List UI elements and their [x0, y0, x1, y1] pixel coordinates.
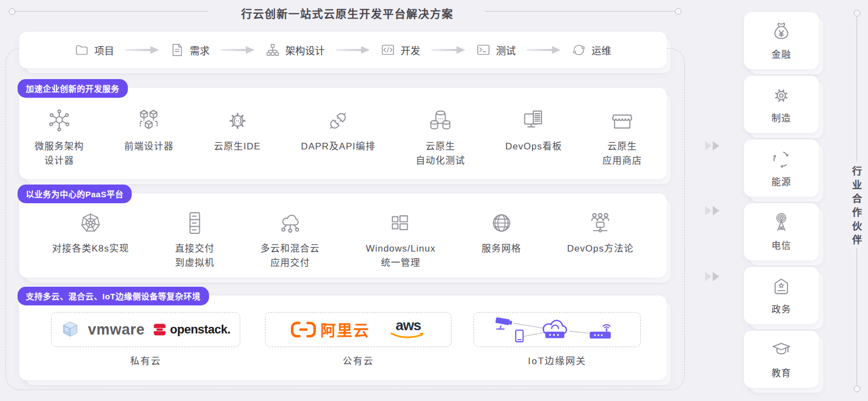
service-item-label: DevOps方法论: [567, 242, 634, 256]
openstack-mark-icon: [153, 323, 166, 336]
workflow-step-testing: 测试: [476, 43, 516, 57]
industry-label: 政务: [771, 302, 791, 315]
terminal-icon: [476, 43, 491, 57]
title-rule-dot-right: [675, 8, 681, 15]
service-item-label: 直接交付 到虚拟机: [175, 242, 215, 270]
service-item: Windows/Linux 统一管理: [366, 209, 436, 270]
service-item-label: 服务网格: [482, 242, 521, 256]
workflow-step-label: 项目: [94, 43, 114, 57]
cloud-ide-icon: [225, 108, 250, 133]
service-item: 云原生 应用商店: [602, 107, 642, 168]
frontend-designer-icon: [136, 108, 161, 133]
service-item-label: DevOps看板: [505, 140, 562, 154]
partner-rail-dot-top: [854, 10, 860, 16]
flow-arrow-icon: [221, 46, 255, 54]
service-item: DAPR及API编排: [301, 107, 376, 154]
industry-card-finance: 金融: [744, 12, 819, 69]
service-item: 多云和混合云 应用交付: [261, 209, 320, 270]
iot-edge-label: IoT边缘网关: [474, 353, 641, 367]
service-item: 对接各类K8s实现: [52, 209, 129, 256]
public-cloud-group: 阿里云 aws 公有云: [265, 312, 452, 367]
private-cloud-label: 私有云: [51, 353, 240, 367]
aws-smile-icon: [391, 332, 426, 340]
aws-wordmark: aws: [396, 319, 421, 332]
paas-platform-badge: 以业务为中心的PaaS平台: [18, 185, 132, 203]
devops-board-icon: [521, 108, 546, 133]
flow-arrow-icon: [336, 46, 370, 54]
chevron-right-icon: [704, 271, 724, 282]
paas-platform-card: 以业务为中心的PaaS平台 对接各类K8s实现 直接交付 到虚拟机 多云和混合云…: [19, 193, 667, 277]
iot-edge-box: [474, 312, 641, 347]
service-item: 服务网格: [482, 209, 521, 256]
aws-logo: aws: [391, 319, 426, 340]
alibaba-cloud-logo: 阿里云: [291, 319, 370, 341]
service-item-label: 对接各类K8s实现: [52, 242, 129, 256]
vm-server-icon: [182, 210, 207, 236]
service-item-label: Windows/Linux 统一管理: [366, 242, 436, 270]
service-item-label: 云原生 应用商店: [602, 140, 642, 168]
dev-services-card: 加速企业创新的开发服务 微服务架构 设计器 前端设计器 云原生IDE DAPR及…: [19, 88, 667, 179]
code-window-icon: [381, 43, 395, 57]
private-cloud-box: vmware openstack.: [51, 312, 240, 347]
service-item: DevOps方法论: [567, 209, 634, 256]
service-item-label: 微服务架构 设计器: [35, 140, 84, 168]
service-item: 前端设计器: [124, 107, 173, 154]
chevron-right-icon: [704, 141, 724, 151]
iot-devices-icon: [483, 315, 632, 344]
devops-methodology-icon: [588, 210, 613, 236]
alibaba-cloud-wordmark: 阿里云: [320, 319, 370, 341]
private-cloud-group: vmware openstack. 私有云: [51, 312, 240, 367]
service-item: 直接交付 到虚拟机: [175, 209, 215, 270]
solution-diagram: 行云创新一站式云原生开发平台解决方案 项目 需求 架构设计 开发 测试: [0, 0, 868, 401]
alibaba-cloud-mark-icon: [291, 321, 316, 338]
service-mesh-globe-icon: [489, 210, 514, 236]
flow-arrow-icon: [527, 46, 561, 54]
service-item-label: 多云和混合云 应用交付: [261, 242, 320, 270]
industry-card-education: 教育: [744, 331, 819, 388]
industry-card-government: 政务: [744, 267, 819, 324]
workflow-step-requirements: 需求: [170, 43, 210, 57]
graduation-cap-icon: [770, 339, 792, 361]
environments-badge: 支持多云、混合云、IoT边缘侧设备等复杂环境: [18, 287, 209, 305]
service-item-label: 云原生IDE: [214, 140, 261, 154]
dev-services-badge: 加速企业创新的开发服务: [18, 79, 128, 98]
industry-label: 能源: [771, 174, 791, 188]
workflow-bar: 项目 需求 架构设计 开发 测试 运维: [19, 32, 667, 68]
workflow-step-label: 测试: [496, 43, 516, 57]
server-cube-icon: [61, 320, 80, 339]
workflow-step-label: 开发: [401, 43, 420, 57]
service-item-label: 前端设计器: [124, 140, 173, 154]
industry-label: 金融: [771, 47, 791, 60]
public-cloud-label: 公有云: [265, 353, 452, 367]
flow-arrow-icon: [125, 46, 159, 54]
chevron-right-icon: [704, 205, 724, 216]
page-title: 行云创新一站式云原生开发平台解决方案: [0, 5, 695, 21]
partner-rail-line-top: [856, 16, 857, 161]
industry-card-energy: 能源: [744, 140, 819, 197]
workflow-step-label: 运维: [591, 43, 611, 57]
service-item-label: DAPR及API编排: [301, 140, 376, 154]
workflow-step-operations: 运维: [572, 43, 611, 57]
folder-icon: [75, 43, 89, 57]
industry-card-telecom: 电信: [744, 203, 819, 260]
microservice-designer-icon: [47, 108, 72, 133]
service-item: 云原生 自动化测试: [416, 107, 465, 168]
document-icon: [170, 43, 184, 57]
industry-label: 教育: [771, 365, 791, 379]
industry-label: 制造: [771, 110, 791, 124]
government-building-icon: [770, 276, 792, 298]
service-item: DevOps看板: [505, 107, 562, 154]
architecture-icon: [266, 43, 280, 57]
title-rule-right: [485, 11, 675, 12]
automated-test-db-icon: [428, 108, 453, 133]
industry-card-manufacturing: 制造: [744, 76, 819, 133]
service-item-label: 云原生 自动化测试: [416, 140, 465, 168]
openstack-wordmark: openstack.: [170, 322, 230, 337]
workflow-step-project: 项目: [75, 43, 114, 57]
service-item: 云原生IDE: [214, 107, 261, 154]
api-orchestration-icon: [325, 108, 351, 133]
windows-panes-icon: [388, 210, 413, 236]
openstack-logo: openstack.: [153, 322, 230, 337]
flow-arrow-icon: [431, 46, 465, 54]
gear-icon: [770, 85, 792, 107]
